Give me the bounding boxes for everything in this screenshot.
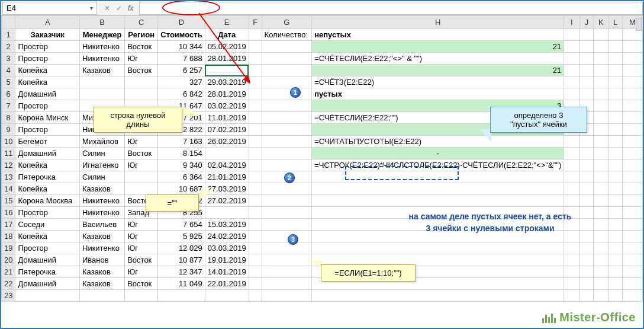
cell[interactable]: Юг — [125, 231, 158, 242]
cell[interactable]: Никитенко — [80, 41, 125, 53]
cell[interactable]: 05.02.2019 — [205, 41, 249, 53]
cell[interactable]: Простор — [15, 207, 80, 219]
cell[interactable] — [564, 278, 579, 290]
cell[interactable] — [608, 76, 622, 88]
cell[interactable]: Игнатенко — [80, 159, 125, 171]
cell[interactable] — [608, 124, 622, 136]
cell[interactable]: Копейка — [15, 76, 80, 88]
formula-input[interactable] — [139, 2, 643, 15]
cell[interactable] — [262, 207, 312, 219]
row-header-20[interactable]: 20 — [2, 254, 15, 266]
cell[interactable]: =СЧИТАТЬПУСТОТЫ(E2:E22) — [312, 136, 564, 148]
cell[interactable] — [249, 278, 262, 290]
cell[interactable]: Юг — [125, 266, 158, 278]
cell[interactable] — [579, 148, 594, 159]
cell[interactable] — [249, 88, 262, 100]
cell[interactable] — [564, 266, 579, 278]
cell[interactable] — [608, 242, 622, 254]
cell[interactable] — [594, 242, 608, 254]
cell[interactable]: Копейка — [15, 159, 80, 171]
cell[interactable] — [594, 183, 608, 195]
cell[interactable] — [249, 76, 262, 88]
cell[interactable] — [622, 183, 642, 195]
cell[interactable] — [125, 88, 158, 100]
cancel-icon[interactable]: ✕ — [104, 4, 110, 12]
cell[interactable] — [594, 148, 608, 159]
row-header-8[interactable]: 8 — [2, 112, 15, 124]
cell[interactable] — [249, 148, 262, 159]
cell[interactable] — [622, 136, 642, 148]
cell[interactable]: 15.03.2019 — [205, 219, 249, 231]
cell[interactable] — [608, 100, 622, 112]
cell[interactable]: Количество: — [262, 29, 312, 41]
row-header-13[interactable]: 13 — [2, 171, 15, 183]
cell[interactable] — [608, 254, 622, 266]
cell[interactable]: Никитенко — [80, 242, 125, 254]
row-header-16[interactable]: 16 — [2, 207, 15, 219]
cell[interactable] — [564, 195, 579, 207]
cell[interactable]: Домашний — [15, 254, 80, 266]
cell[interactable] — [249, 242, 262, 254]
cell[interactable] — [564, 88, 579, 100]
cell[interactable] — [594, 53, 608, 65]
cell[interactable] — [262, 183, 312, 195]
col-header-L[interactable]: L — [608, 16, 622, 29]
cell[interactable] — [564, 53, 579, 65]
cell[interactable] — [125, 183, 158, 195]
cell[interactable]: 29.03.2019 — [205, 76, 249, 88]
fx-icon[interactable]: fx — [128, 4, 133, 12]
col-header-C[interactable]: C — [125, 16, 158, 29]
cell[interactable]: Простор — [15, 41, 80, 53]
cell[interactable] — [608, 266, 622, 278]
cell[interactable] — [158, 290, 205, 302]
col-header-J[interactable]: J — [579, 16, 594, 29]
table-header-cell[interactable]: Стоимость — [158, 29, 205, 41]
cell[interactable]: пустых — [312, 88, 564, 100]
cell[interactable] — [622, 171, 642, 183]
cell[interactable] — [262, 53, 312, 65]
cell[interactable] — [622, 112, 642, 124]
cell[interactable] — [125, 290, 158, 302]
cell[interactable] — [608, 112, 622, 124]
cell[interactable]: Юг — [125, 242, 158, 254]
cell[interactable]: Юг — [125, 159, 158, 171]
cell[interactable]: Простор — [15, 242, 80, 254]
cell[interactable] — [594, 29, 608, 41]
col-header-A[interactable]: A — [15, 16, 80, 29]
cell[interactable]: 6 257 — [158, 65, 205, 76]
cell[interactable] — [312, 195, 564, 207]
cell[interactable]: Восток — [125, 41, 158, 53]
cell[interactable]: 14.01.2019 — [205, 266, 249, 278]
table-header-cell[interactable]: Дата — [205, 29, 249, 41]
cell[interactable]: Михайлов — [80, 136, 125, 148]
cell[interactable] — [579, 29, 594, 41]
cell[interactable] — [125, 171, 158, 183]
cell[interactable] — [579, 242, 594, 254]
enter-icon[interactable]: ✓ — [116, 4, 122, 12]
cell[interactable]: - — [312, 148, 564, 159]
cell[interactable]: 6 842 — [158, 88, 205, 100]
cell[interactable] — [594, 278, 608, 290]
cell[interactable] — [262, 76, 312, 88]
cell[interactable]: Простор — [15, 124, 80, 136]
cell[interactable] — [249, 124, 262, 136]
row-header-17[interactable]: 17 — [2, 219, 15, 231]
cell[interactable]: 03.03.2019 — [205, 242, 249, 254]
row-header-14[interactable]: 14 — [2, 183, 15, 195]
cell[interactable] — [80, 76, 125, 88]
cell[interactable]: Юг — [125, 136, 158, 148]
cell[interactable] — [312, 171, 564, 183]
row-header-7[interactable]: 7 — [2, 100, 15, 112]
cell[interactable] — [564, 171, 579, 183]
cell[interactable] — [262, 254, 312, 266]
table-header-cell[interactable]: Регион — [125, 29, 158, 41]
cell[interactable] — [594, 136, 608, 148]
cell[interactable]: Юг — [125, 53, 158, 65]
cell[interactable] — [622, 266, 642, 278]
cell[interactable] — [564, 65, 579, 76]
row-header-15[interactable]: 15 — [2, 195, 15, 207]
cell[interactable]: 6 364 — [158, 171, 205, 183]
cell[interactable] — [205, 148, 249, 159]
row-header-18[interactable]: 18 — [2, 231, 15, 242]
cell[interactable]: Соседи — [15, 219, 80, 231]
